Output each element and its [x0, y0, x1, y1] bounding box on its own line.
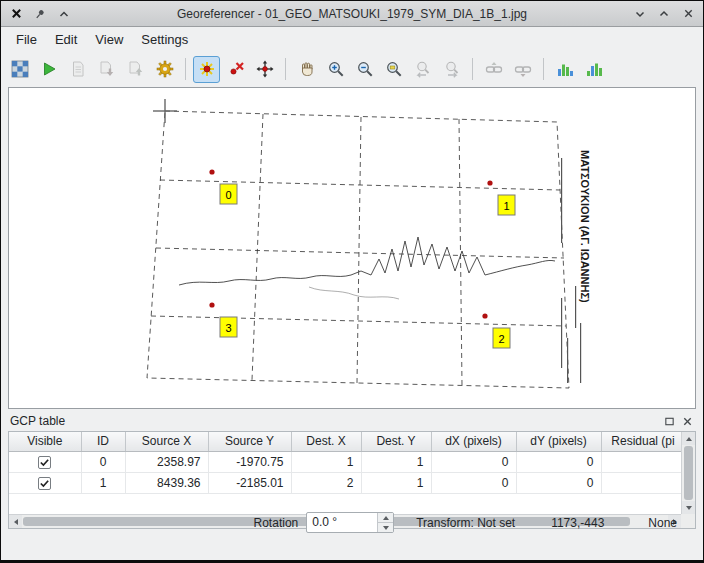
rotation-value[interactable]: 0.0 °: [307, 513, 377, 532]
gcp-label-text: 2: [498, 333, 504, 345]
cell-source-x[interactable]: 2358.97: [125, 451, 208, 472]
col-header-visible[interactable]: Visible: [9, 432, 81, 451]
cell-visible: [9, 451, 81, 472]
cell-residual[interactable]: [601, 451, 681, 472]
zoom-out-icon: [356, 60, 374, 78]
local-histogram-stretch-button[interactable]: [580, 56, 607, 83]
menu-file[interactable]: File: [7, 29, 46, 50]
close-icon: [683, 8, 694, 19]
load-gcp-points-button[interactable]: [93, 56, 120, 83]
save-gcp-points-icon: [127, 60, 145, 78]
start-georeferencing-button[interactable]: [35, 56, 62, 83]
window-title: Georeferencer - 01_GEO_MATSOUKI_1979_SYM…: [81, 7, 623, 21]
spin-down-button[interactable]: [378, 523, 393, 532]
col-header-source-x[interactable]: Source X: [125, 432, 208, 451]
move-point-button[interactable]: [251, 56, 278, 83]
transform-status: Transform: Not set: [416, 516, 515, 530]
gcp-table-row[interactable]: 02358.97-1970.751100: [9, 451, 681, 472]
toolbar-separator: [285, 58, 286, 80]
minimize-window-button[interactable]: [633, 7, 647, 21]
pin-window-button[interactable]: [33, 7, 47, 21]
gcp-marker-1[interactable]: 1: [487, 180, 515, 215]
scroll-up-button[interactable]: [682, 432, 695, 445]
map-canvas-svg[interactable]: ΜΑΤΣΟΥΚΙΟΝ (ΑΓ. ΙΩΑΝΝΗΣ) 0123: [9, 88, 695, 408]
menubar: File Edit View Settings: [1, 27, 703, 52]
col-header-dy-pixels[interactable]: dY (pixels): [516, 432, 601, 451]
zoom-out-button[interactable]: [351, 56, 378, 83]
zoom-last-button[interactable]: [409, 56, 436, 83]
link-qgis-to-georeferencer-button[interactable]: [509, 56, 536, 83]
cursor-coordinates: 1173,-443: [551, 516, 604, 530]
cell-dx[interactable]: 0: [431, 451, 516, 472]
zoom-next-button[interactable]: [438, 56, 465, 83]
zoom-next-icon: [443, 60, 461, 78]
spin-up-icon: [383, 516, 389, 520]
titlebar[interactable]: Georeferencer - 01_GEO_MATSOUKI_1979_SYM…: [1, 1, 703, 27]
generate-script-icon: [69, 60, 87, 78]
toolbar-separator: [185, 58, 186, 80]
open-raster-icon: [11, 60, 29, 78]
link-georeferencer-icon: [485, 60, 503, 78]
col-header-dest-y[interactable]: Dest. Y: [361, 432, 431, 451]
gcp-label-text: 0: [225, 189, 231, 201]
delete-point-icon: [227, 60, 245, 78]
menu-view[interactable]: View: [86, 29, 132, 50]
shade-icon: [58, 8, 70, 20]
gcp-point-icon: [209, 169, 214, 174]
cell-source-y[interactable]: -1970.75: [208, 451, 291, 472]
shade-window-button[interactable]: [57, 7, 71, 21]
gcp-table-header-row: VisibleIDSource XSource YDest. XDest. Yd…: [9, 432, 681, 451]
zoom-in-button[interactable]: [322, 56, 349, 83]
maximize-window-button[interactable]: [657, 7, 671, 21]
panel-float-button[interactable]: [662, 414, 676, 428]
float-panel-icon: [664, 416, 675, 427]
generate-script-button[interactable]: [64, 56, 91, 83]
cell-dest-y[interactable]: 1: [361, 451, 431, 472]
menu-edit[interactable]: Edit: [46, 29, 86, 50]
panel-close-button[interactable]: [680, 414, 694, 428]
col-header-dx-pixels[interactable]: dX (pixels): [431, 432, 516, 451]
delete-point-button[interactable]: [222, 56, 249, 83]
gcp-marker-2[interactable]: 2: [482, 313, 510, 348]
gcp-marker-3[interactable]: 3: [209, 302, 237, 337]
cell-dest-x[interactable]: 1: [291, 451, 361, 472]
spin-up-button[interactable]: [378, 513, 393, 523]
full-histogram-stretch-button[interactable]: [551, 56, 578, 83]
col-header-dest-x[interactable]: Dest. X: [291, 432, 361, 451]
close-panel-icon: [682, 416, 693, 427]
gcp-marker-0[interactable]: 0: [209, 169, 237, 204]
cell-id[interactable]: 0: [81, 451, 125, 472]
transformation-settings-button[interactable]: [151, 56, 178, 83]
col-header-residual[interactable]: Residual (pi: [601, 432, 681, 451]
zoom-to-layer-icon: [385, 60, 403, 78]
visible-checkbox[interactable]: [38, 456, 51, 469]
georeferencer-window: Georeferencer - 01_GEO_MATSOUKI_1979_SYM…: [0, 0, 704, 563]
maximize-icon: [658, 8, 670, 20]
rotation-label: Rotation: [254, 516, 299, 530]
pin-icon: [34, 8, 46, 20]
save-gcp-points-button[interactable]: [122, 56, 149, 83]
gcp-label-text: 3: [225, 322, 231, 334]
link-qgis-icon: [514, 60, 532, 78]
col-header-source-y[interactable]: Source Y: [208, 432, 291, 451]
toolbar: [1, 52, 703, 86]
rotation-spinbox[interactable]: 0.0 °: [306, 512, 394, 533]
menu-settings[interactable]: Settings: [132, 29, 197, 50]
map-river-line: [179, 237, 555, 299]
map-canvas[interactable]: ΜΑΤΣΟΥΚΙΟΝ (ΑΓ. ΙΩΑΝΝΗΣ) 0123: [8, 87, 696, 409]
pan-button[interactable]: [293, 56, 320, 83]
gcp-point-icon: [482, 313, 487, 318]
gcp-panel-header: GCP table: [8, 411, 696, 431]
add-point-button[interactable]: [193, 56, 220, 83]
cell-dy[interactable]: 0: [516, 451, 601, 472]
open-raster-button[interactable]: [6, 56, 33, 83]
statusbar: Rotation 0.0 ° Transform: Not set 1173,-…: [1, 486, 703, 561]
link-georeferencer-to-qgis-button[interactable]: [480, 56, 507, 83]
map-title-text: ΜΑΤΣΟΥΚΙΟΝ (ΑΓ. ΙΩΑΝΝΗΣ): [579, 150, 591, 303]
close-window-button[interactable]: [681, 7, 695, 21]
zoom-to-layer-button[interactable]: [380, 56, 407, 83]
col-header-id[interactable]: ID: [81, 432, 125, 451]
add-point-icon: [198, 60, 216, 78]
arrow-up-icon: [686, 437, 692, 441]
pan-hand-icon: [298, 60, 316, 78]
